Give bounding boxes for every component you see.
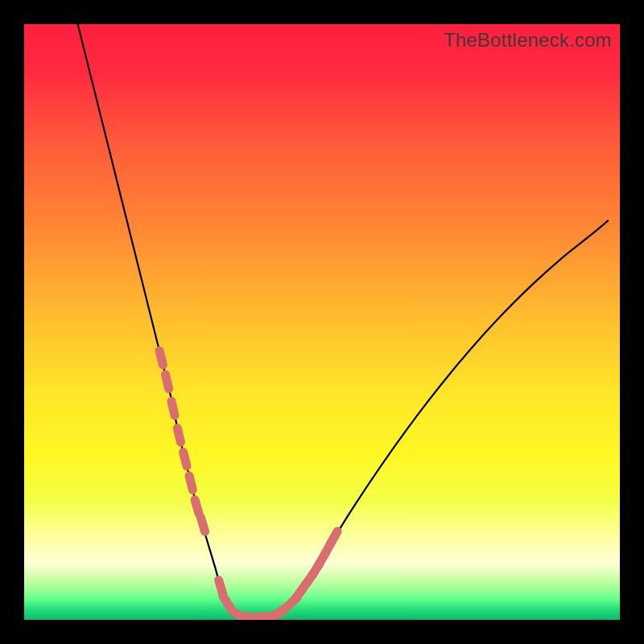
marker-capsule [184,452,187,465]
chart-svg [24,24,620,620]
marker-capsule [159,351,163,365]
marker-capsule [189,476,192,489]
plot-area: TheBottleneck.com [24,24,620,620]
chart-frame: TheBottleneck.com [0,0,644,644]
marker-capsule [330,531,337,544]
marker-capsule [200,518,204,531]
bottleneck-curve [78,24,609,617]
marker-group [159,351,337,619]
marker-capsule [171,402,175,416]
marker-capsule [195,500,199,514]
marker-capsule [223,596,231,608]
marker-capsule [177,428,180,443]
marker-capsule [166,374,169,389]
